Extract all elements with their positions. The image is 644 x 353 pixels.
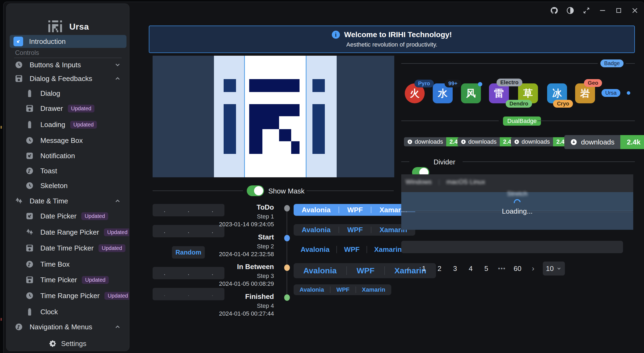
dual-badge-downloads[interactable]: downloads 2.4k — [458, 137, 518, 146]
element-tile-electro: 雷 Electro — [489, 83, 509, 103]
button-group-small: Avalonia WPF Xamarin — [294, 284, 391, 295]
page-size-select[interactable]: 10 — [543, 262, 565, 276]
irihi-logo-icon — [47, 20, 64, 33]
dual-badge-downloads[interactable]: downloads 2.4k — [404, 137, 464, 146]
updated-badge: Updated — [81, 212, 108, 220]
controls-section-label: Controls — [15, 49, 39, 57]
clock-icon — [25, 136, 34, 145]
tab-windows[interactable]: Windows — [406, 178, 432, 186]
pagination-prev-button[interactable]: ‹ — [402, 262, 414, 276]
clock-icon — [25, 291, 34, 301]
date-range-input[interactable]: ... — [153, 225, 224, 237]
sidebar-item-label: Clock — [40, 308, 58, 316]
sidebar-item-dialog[interactable]: Dialog — [10, 87, 126, 100]
app-name: Ursa — [69, 22, 89, 32]
show-mask-toggle[interactable] — [247, 185, 264, 196]
step-label: In Between — [237, 263, 274, 271]
close-button[interactable] — [629, 6, 640, 15]
sidebar-item-date-time-picker[interactable]: Date Time Picker Updated — [10, 242, 126, 255]
sidebar-item-skeleton[interactable]: Skeleton — [10, 179, 126, 192]
pagination-page-3[interactable]: 3 — [449, 262, 461, 276]
github-icon[interactable] — [549, 6, 559, 15]
sidebar-item-toast[interactable]: Toast — [10, 164, 126, 177]
updated-badge: Updated — [82, 276, 109, 284]
dual-badge-downloads-large[interactable]: downloads 2.4k — [564, 135, 644, 149]
random-button[interactable]: Random — [172, 246, 205, 259]
sidebar-item-loading[interactable]: Loading Updated — [10, 118, 126, 131]
sidebar-item-label: Date Range Picker — [40, 228, 99, 236]
sidebar-item-time-range-picker[interactable]: Time Range Picker Updated — [10, 289, 126, 302]
sidebar-item-introduction[interactable]: Introduction — [10, 35, 126, 48]
sidebar-item-label: Drawer — [40, 104, 63, 113]
trees-icon — [14, 196, 24, 206]
button-group-borderless: Avalonia WPF Xamarin — [294, 244, 409, 255]
sidebar-item-message-box[interactable]: Message Box — [10, 134, 126, 147]
xamarin-button[interactable]: Xamarin — [356, 284, 391, 295]
pagination-page-60[interactable]: 60 — [512, 262, 523, 276]
sidebar-item-buttons-inputs[interactable]: Buttons & Inputs — [10, 58, 126, 71]
sidebar-item-date-range-picker[interactable]: Date Range Picker Updated — [10, 226, 126, 239]
sidebar-item-time-box[interactable]: Time Box — [10, 258, 126, 271]
step-timestamp: 2024-01-05 00:08:29 — [219, 280, 274, 287]
badge-dot — [478, 82, 482, 86]
sidebar-item-notification[interactable]: Notification — [10, 149, 126, 162]
fullscreen-icon[interactable] — [581, 6, 592, 15]
minimize-button[interactable] — [597, 6, 608, 15]
clock-icon — [14, 60, 24, 70]
banner-subtitle: Aesthetic revolution of productivity. — [346, 41, 437, 48]
wpf-button[interactable]: WPF — [337, 244, 367, 255]
theme-toggle-icon[interactable] — [565, 6, 576, 15]
settings-button[interactable]: Settings — [7, 337, 129, 351]
sidebar-item-label: Toast — [40, 167, 57, 175]
date-range-input[interactable]: ... — [153, 204, 224, 216]
mask-border-line[interactable] — [306, 56, 307, 177]
sidebar-item-time-picker[interactable]: Time Picker Updated — [10, 273, 126, 286]
dual-badge-downloads[interactable]: downloads 2.4k — [511, 137, 571, 146]
sidebar-item-navigation-menus[interactable]: Navigation & Menus — [10, 320, 126, 333]
sidebar-item-dialog-feedbacks[interactable]: Dialog & Feedbacks — [10, 72, 126, 85]
avalonia-button[interactable]: Avalonia — [294, 224, 339, 236]
updated-badge: Updated — [70, 121, 97, 129]
pagination-page-1[interactable]: 1 — [418, 262, 430, 276]
updated-badge: Updated — [104, 228, 129, 236]
wpf-button[interactable]: WPF — [339, 204, 371, 216]
avalonia-button[interactable]: Avalonia — [294, 244, 336, 255]
pagination-ellipsis[interactable]: ••• — [496, 262, 508, 276]
trees-icon — [25, 227, 34, 237]
sidebar-item-date-picker[interactable]: Date Picker Updated — [10, 210, 126, 223]
element-tile-pyro: 火 Pyro — [405, 83, 425, 103]
avalonia-button[interactable]: Avalonia — [294, 284, 330, 295]
tab-macos-linux[interactable]: macOS Linux — [446, 178, 485, 186]
date-range-input[interactable]: ... — [153, 267, 224, 279]
wpf-button[interactable]: WPF — [339, 224, 371, 236]
wpf-button[interactable]: WPF — [347, 263, 384, 278]
sidebar-item-label: Time Box — [40, 260, 70, 269]
chevron-up-icon — [114, 75, 121, 82]
button-group-solid: Avalonia WPF Xamarin — [294, 204, 415, 216]
avalonia-button[interactable]: Avalonia — [294, 204, 339, 216]
step-number: Step 2 — [257, 243, 274, 250]
sidebar-item-drawer[interactable]: Drawer Updated — [10, 102, 126, 115]
pagination-page-4[interactable]: 4 — [465, 262, 477, 276]
sidebar-item-label: Buttons & Inputs — [30, 61, 81, 69]
titlebar — [549, 6, 640, 15]
stretch-label: Stretch — [401, 190, 633, 197]
mask-border-line[interactable] — [244, 56, 245, 177]
sidebar-item-date-time[interactable]: Date & Time — [10, 195, 126, 207]
battery-icon — [25, 307, 34, 317]
pagination-next-button[interactable]: › — [527, 262, 539, 276]
pagination-page-5[interactable]: 5 — [480, 262, 492, 276]
floppy-icon — [14, 74, 24, 83]
wpf-button[interactable]: WPF — [330, 284, 356, 295]
settings-label: Settings — [61, 340, 86, 348]
gear-icon — [49, 340, 57, 347]
loading-panel: Windows | macOS Linux Stretch Loading... — [401, 174, 633, 230]
divider-line — [463, 161, 635, 162]
app-logo: Ursa — [6, 20, 129, 33]
maximize-button[interactable] — [613, 6, 624, 15]
pagination-page-2[interactable]: 2 — [434, 262, 445, 276]
avalonia-button[interactable]: Avalonia — [294, 263, 346, 278]
music-note-icon — [14, 322, 24, 332]
text-input[interactable] — [401, 241, 623, 253]
sidebar-item-clock[interactable]: Clock — [10, 305, 126, 318]
